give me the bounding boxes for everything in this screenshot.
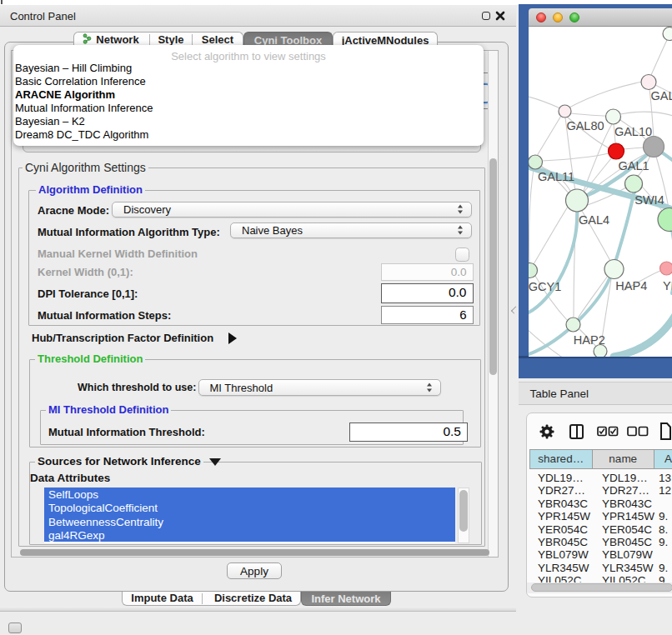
svg-text:HAP4: HAP4 — [615, 278, 647, 292]
svg-text:GAL10: GAL10 — [614, 124, 652, 138]
svg-text:HAP2: HAP2 — [574, 332, 605, 346]
svg-text:SWI4: SWI4 — [634, 193, 664, 207]
svg-text:GAL1: GAL1 — [618, 158, 649, 172]
svg-text:GAL11: GAL11 — [538, 170, 574, 183]
svg-text:GAL80: GAL80 — [566, 118, 604, 132]
svg-text:GAL7: GAL7 — [651, 89, 672, 102]
svg-text:GAL4: GAL4 — [579, 212, 609, 226]
svg-text:YM: YM — [663, 278, 672, 292]
svg-text:GCY1: GCY1 — [529, 279, 561, 292]
